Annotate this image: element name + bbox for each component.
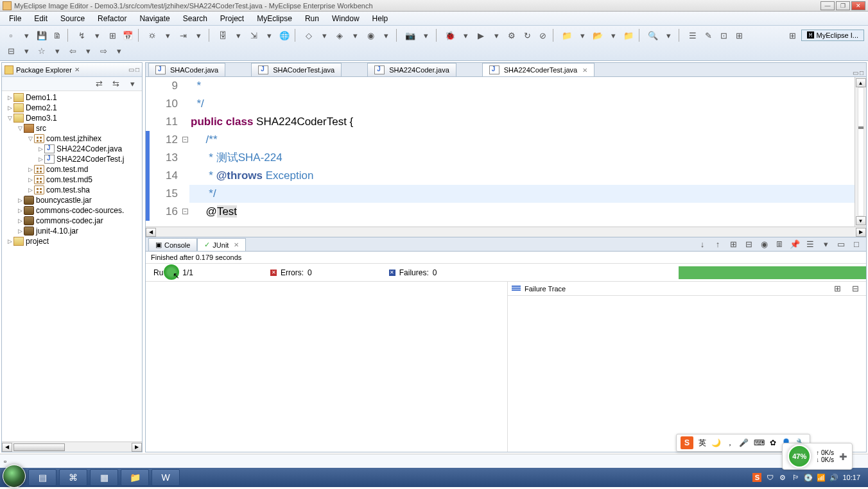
package-explorer-close-icon[interactable]: ✕ [74, 66, 80, 73]
expand-icon[interactable]: ▷ [16, 197, 24, 203]
editor-horizontal-scrollbar[interactable]: ◀ ▶ [146, 227, 866, 237]
tray-gear-icon[interactable]: ⚙ [778, 473, 787, 482]
minimize-view-icon[interactable]: ▭ [128, 66, 134, 73]
junit-rerun-failed-button[interactable]: ⊟ [742, 237, 756, 251]
external-tools-button[interactable]: ⚙ [505, 28, 519, 42]
expand-icon[interactable]: ▷ [6, 105, 13, 111]
nav-button[interactable]: ⊡ [716, 28, 731, 42]
new-class-button[interactable]: ◇ [302, 28, 316, 42]
expand-icon[interactable]: ▷ [16, 228, 24, 234]
expand-icon[interactable]: ▷ [16, 207, 24, 214]
maximize-view-icon[interactable]: □ [135, 66, 139, 73]
taskbar-app-2[interactable]: ⌘ [59, 469, 87, 486]
tab-close-icon[interactable]: ✕ [582, 67, 587, 74]
toggle-button[interactable]: ✎ [701, 28, 715, 42]
expand-icon[interactable]: ▷ [26, 166, 34, 173]
tool-dropdown-2[interactable]: ▾ [161, 28, 175, 42]
open-type-button[interactable]: ◈ [333, 28, 347, 42]
expand-icon[interactable]: ▷ [6, 238, 13, 244]
tool-dropdown-8[interactable]: ▾ [419, 28, 433, 42]
taskbar-app-3[interactable]: ▦ [90, 469, 118, 486]
deploy-button[interactable]: ⇲ [247, 28, 261, 42]
outline-button[interactable]: ☰ [686, 28, 700, 42]
debug-dropdown[interactable]: ▾ [458, 28, 473, 42]
tool-dropdown-1[interactable]: ▾ [90, 28, 104, 42]
ime-moon-icon[interactable]: 🌙 [711, 438, 721, 447]
expand-icon[interactable]: ▽ [16, 125, 24, 132]
save-all-button[interactable]: 🗎 [50, 28, 64, 42]
windows-taskbar[interactable]: ▤ ⌘ ▦ 📁 W S 🛡 ⚙ 🏳 💽 📶 🔊 10:17 [0, 468, 868, 487]
expand-icon[interactable]: ▽ [26, 135, 34, 142]
junit-layout-button[interactable]: ☰ [803, 237, 817, 251]
junit-min-button[interactable]: ▭ [834, 237, 848, 251]
junit-prev-button[interactable]: ↓ [695, 237, 709, 251]
maximize-button[interactable]: ❐ [836, 1, 850, 10]
expand-icon[interactable]: ▷ [6, 94, 13, 101]
minimize-button[interactable]: — [820, 1, 835, 10]
tree-item[interactable]: ▷com.test.md [3, 164, 141, 175]
step-button[interactable]: ⇥ [176, 28, 190, 42]
breakpoints-button[interactable]: ⛭ [145, 28, 159, 42]
proj-tool-2[interactable]: 📁 [621, 28, 636, 42]
menu-run[interactable]: Run [299, 13, 326, 24]
debug-button[interactable]: 🐞 [443, 28, 457, 42]
scroll-right-editor-button[interactable]: ▶ [856, 228, 866, 237]
nav-fwd-button[interactable]: ⇨ [96, 44, 110, 58]
close-button[interactable]: ✕ [851, 1, 865, 10]
scroll-up-button[interactable]: ▲ [856, 78, 866, 87]
net-expand-icon[interactable]: ➕ [839, 453, 847, 460]
tool-dropdown-nav2[interactable]: ▾ [50, 44, 64, 58]
trace-filter-button[interactable]: ⊞ [830, 282, 844, 296]
tree-item[interactable]: ▷Demo2.1 [3, 103, 141, 113]
editor-vertical-scrollbar[interactable]: ▲ ▼ [855, 77, 866, 227]
fold-gutter[interactable]: −− [182, 77, 189, 227]
history-back-button[interactable]: ⊟ [4, 44, 18, 58]
history-tool[interactable]: ☆ [35, 44, 49, 58]
menu-search[interactable]: Search [177, 13, 214, 24]
tray-clock[interactable]: 10:17 [842, 474, 860, 481]
view-menu-button[interactable]: ▾ [125, 77, 139, 91]
menu-edit[interactable]: Edit [28, 13, 54, 24]
fold-toggle[interactable]: − [182, 209, 188, 214]
tree-item[interactable]: ▽com.test.jzhihex [3, 133, 141, 144]
perspective-myeclipse[interactable]: 🅼 MyEclipse I... [801, 30, 864, 41]
open-proj-button[interactable]: 📂 [591, 28, 605, 42]
tray-network-icon[interactable]: 📶 [817, 473, 826, 482]
menu-source[interactable]: Source [54, 13, 91, 24]
expand-icon[interactable]: ▷ [16, 218, 24, 224]
proj-tool-1[interactable]: ▾ [606, 28, 620, 42]
expand-icon[interactable]: ▽ [6, 115, 13, 121]
tab-junit-close-icon[interactable]: ✕ [234, 241, 239, 248]
menu-project[interactable]: Project [214, 13, 250, 24]
stop-button[interactable]: ⊘ [535, 28, 550, 42]
tray-disk-icon[interactable]: 💽 [804, 473, 813, 482]
editor-overview-ruler[interactable] [858, 87, 864, 216]
menu-refactor[interactable]: Refactor [91, 13, 133, 24]
junit-rerun-button[interactable]: ⊞ [726, 237, 740, 251]
menu-file[interactable]: File [3, 13, 28, 24]
ime-keyboard-icon[interactable]: ⌨ [754, 438, 765, 447]
run-dropdown[interactable]: ▾ [489, 28, 503, 42]
nav-back-button[interactable]: ⇦ [65, 44, 80, 58]
scroll-thumb[interactable] [13, 443, 65, 451]
junit-stop-button[interactable]: ◉ [757, 237, 771, 251]
expand-icon[interactable]: ▷ [26, 176, 34, 183]
junit-menu-button[interactable]: ▾ [819, 237, 833, 251]
scroll-left-editor-button[interactable]: ◀ [146, 228, 156, 237]
package-explorer-header[interactable]: Package Explorer ✕ ▭ □ [2, 63, 142, 77]
system-tray[interactable]: S 🛡 ⚙ 🏳 💽 📶 🔊 10:17 [747, 473, 865, 482]
nav-fwd-dropdown[interactable]: ▾ [112, 44, 126, 58]
tree-item[interactable]: ▷Demo1.1 [3, 92, 141, 103]
tree-item[interactable]: ▷commons-codec.jar [3, 216, 141, 226]
sogou-icon[interactable]: S [681, 436, 693, 449]
search-button[interactable]: 🔍 [646, 28, 660, 42]
new-proj-dropdown[interactable]: ▾ [575, 28, 589, 42]
editor-tab[interactable]: SHACoderTest.java [251, 63, 342, 76]
menu-navigate[interactable]: Navigate [133, 13, 176, 24]
tab-junit[interactable]: ✓ JUnit ✕ [197, 238, 246, 251]
tray-shield-icon[interactable]: 🛡 [765, 473, 774, 482]
junit-results-tree[interactable] [146, 282, 508, 452]
import-button[interactable]: ↯ [74, 28, 89, 42]
new-dropdown[interactable]: ▾ [19, 28, 33, 42]
scroll-down-button[interactable]: ▼ [856, 216, 866, 225]
